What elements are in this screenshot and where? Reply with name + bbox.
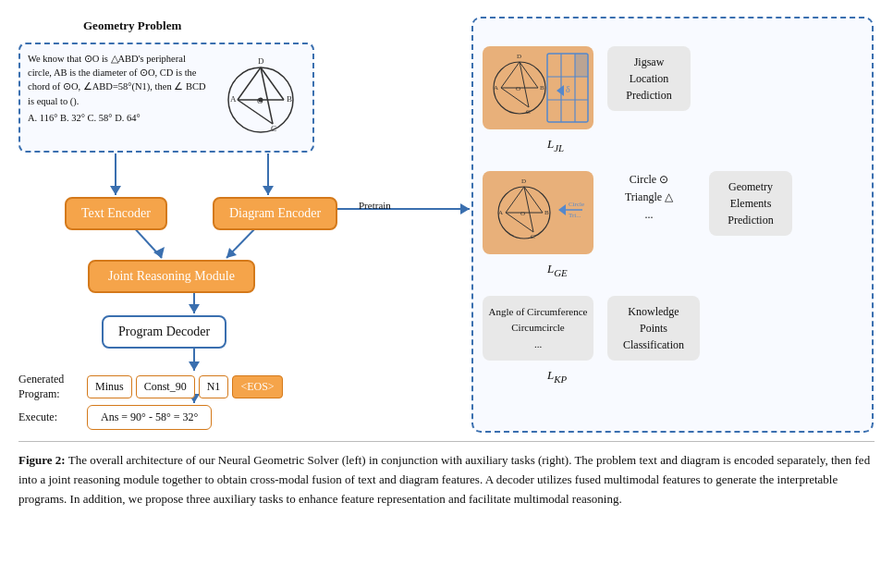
svg-text:A: A: [230, 94, 237, 104]
svg-marker-9: [189, 304, 200, 313]
jigsaw-label: Jigsaw Location Prediction: [607, 46, 691, 111]
loss-ge: LGE: [547, 262, 568, 278]
svg-line-61: [506, 213, 533, 232]
token-eos: <EOS>: [232, 375, 282, 398]
joint-reasoning: Joint Reasoning Module: [88, 260, 255, 293]
generated-label: GeneratedProgram:: [18, 373, 81, 401]
pretrain-label: Pretrain: [359, 198, 391, 213]
svg-text:C: C: [526, 108, 531, 116]
svg-rect-53: [575, 54, 588, 77]
auxiliary-tasks-box: O D B A C δ: [471, 17, 874, 433]
left-title: Geometry Problem: [83, 18, 181, 33]
geo-elements-content: Circle ⊙Triangle △...: [603, 171, 695, 225]
circle-diagram: O D B A C: [217, 52, 305, 143]
svg-text:Circle: Circle: [569, 201, 584, 208]
svg-text:C: C: [271, 124, 276, 133]
svg-text:O: O: [516, 85, 520, 92]
svg-marker-67: [558, 204, 566, 215]
svg-text:B: B: [287, 94, 292, 104]
diagram-encoder-box: Diagram Encoder: [213, 197, 337, 230]
execute-label: Execute:: [18, 410, 81, 424]
geo-elements-label: Geometry Elements Prediction: [709, 171, 792, 236]
problem-choices: A. 116° B. 32° C. 58° D. 64°: [28, 113, 212, 123]
svg-marker-15: [460, 203, 470, 214]
text-encoder-box: Text Encoder: [65, 197, 167, 230]
svg-text:Tri...: Tri...: [569, 212, 581, 219]
svg-text:A: A: [494, 84, 498, 92]
svg-text:B: B: [540, 84, 544, 92]
svg-marker-1: [110, 186, 121, 195]
svg-marker-11: [189, 361, 200, 371]
svg-text:A: A: [498, 209, 503, 216]
svg-text:B: B: [544, 209, 549, 216]
svg-line-42: [501, 88, 529, 107]
diagram-encoder: Diagram Encoder: [213, 197, 337, 230]
jigsaw-diagram-card: O D B A C δ: [483, 46, 593, 129]
caption-text: The overall architecture of our Neural G…: [18, 453, 870, 506]
caption: Figure 2: The overall architecture of ou…: [18, 441, 875, 508]
joint-reasoning-box: Joint Reasoning Module: [88, 260, 255, 293]
svg-marker-5: [153, 247, 165, 258]
svg-text:δ: δ: [566, 84, 570, 94]
token-row: Minus Const_90 N1 <EOS>: [87, 375, 283, 398]
token-minus: Minus: [87, 375, 132, 398]
program-decoder-box: Program Decoder: [102, 315, 226, 349]
token-const90: Const_90: [136, 375, 195, 398]
token-n1: N1: [199, 375, 229, 398]
svg-text:D: D: [521, 178, 526, 185]
svg-line-40: [501, 62, 520, 88]
svg-marker-7: [226, 248, 237, 258]
svg-text:O: O: [257, 96, 263, 105]
caption-bold: Figure 2:: [18, 453, 66, 467]
svg-text:C: C: [531, 233, 535, 240]
svg-line-30: [238, 100, 273, 124]
diagram-wrapper: Geometry Problem We know that ⊙O is △ABD…: [18, 17, 875, 437]
svg-text:D: D: [258, 56, 264, 66]
problem-text: We know that ⊙O is △ABD's peripheral cir…: [28, 52, 212, 108]
svg-text:D: D: [517, 53, 521, 60]
execute-row: Execute: Ans = 90° - 58° = 32°: [18, 405, 212, 430]
svg-line-28: [238, 67, 261, 100]
svg-marker-3: [263, 186, 274, 195]
program-decoder: Program Decoder: [102, 315, 226, 349]
execute-formula: Ans = 90° - 58° = 32°: [87, 405, 212, 430]
kp-label: Knowledge Points Classification: [607, 296, 700, 361]
loss-jl: LJL: [547, 137, 564, 153]
svg-marker-55: [557, 85, 564, 96]
generated-program-row: GeneratedProgram: Minus Const_90 N1 <EOS…: [18, 373, 283, 401]
loss-kp: LKP: [547, 368, 567, 385]
kp-card: Angle of CircumferenceCircumcircle...: [483, 296, 593, 361]
geometry-problem-box: We know that ⊙O is △ABD's peripheral cir…: [18, 43, 314, 153]
geo-elements-card: O D B A C Circle Tri...: [483, 171, 593, 254]
text-encoder: Text Encoder: [65, 197, 167, 230]
svg-line-59: [506, 187, 524, 213]
svg-text:O: O: [520, 210, 525, 217]
